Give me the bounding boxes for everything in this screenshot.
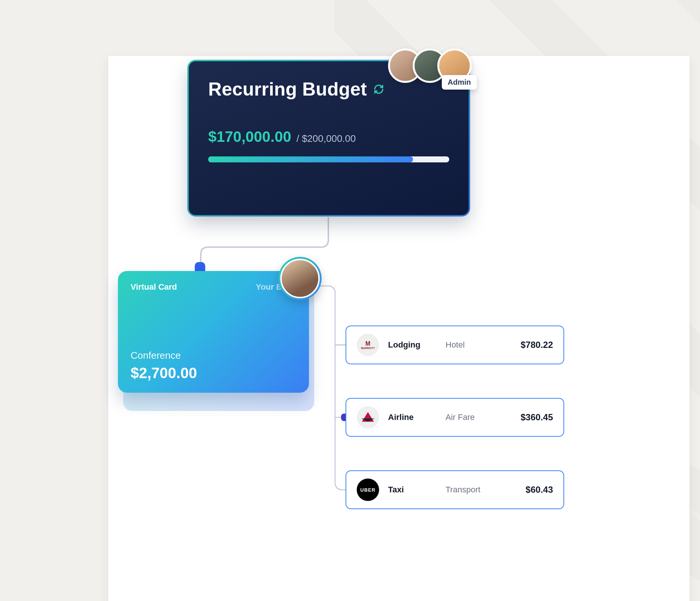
budget-total-amount: / $200,000.00: [296, 133, 356, 144]
transaction-subcategory: Hotel: [446, 340, 512, 350]
refresh-icon: [374, 84, 384, 94]
budget-progress-bar: [208, 156, 449, 162]
transaction-amount: $780.22: [521, 340, 553, 350]
budget-progress-fill: [208, 156, 413, 162]
transaction-subcategory: Transport: [446, 485, 517, 495]
delta-icon: [357, 406, 379, 429]
budget-title: Recurring Budget: [208, 78, 367, 100]
transaction-row[interactable]: MMARRIOTT Lodging Hotel $780.22: [346, 326, 564, 364]
avatar[interactable]: Admin: [437, 49, 472, 83]
uber-icon: UBER: [357, 479, 379, 501]
marriott-icon: MMARRIOTT: [357, 334, 379, 356]
transaction-row[interactable]: Airline Air Fare $360.45: [346, 398, 564, 437]
virtual-card[interactable]: Virtual Card Your Bank Conference $2,700…: [118, 271, 309, 393]
content-panel: Recurring Budget $170,000.00 / $200,000.…: [108, 56, 690, 601]
transaction-subcategory: Air Fare: [446, 412, 512, 422]
transaction-category: Taxi: [388, 485, 437, 495]
virtual-card-name: Conference: [131, 350, 181, 361]
avatar-photo: [280, 259, 320, 298]
transaction-amount: $360.45: [521, 412, 553, 423]
budget-spent-amount: $170,000.00: [208, 128, 291, 145]
transaction-amount: $60.43: [526, 485, 553, 495]
transaction-row[interactable]: UBER Taxi Transport $60.43: [346, 470, 564, 509]
recurring-budget-card[interactable]: Recurring Budget $170,000.00 / $200,000.…: [187, 60, 470, 217]
virtual-card-amount: $2,700.00: [131, 365, 197, 382]
virtual-card-label: Virtual Card: [131, 282, 177, 292]
admin-badge: Admin: [442, 75, 477, 90]
transaction-category: Lodging: [388, 340, 437, 350]
transaction-category: Airline: [388, 412, 437, 422]
budget-avatar-stack[interactable]: Admin: [398, 49, 472, 83]
virtual-card-avatar[interactable]: [278, 257, 322, 300]
